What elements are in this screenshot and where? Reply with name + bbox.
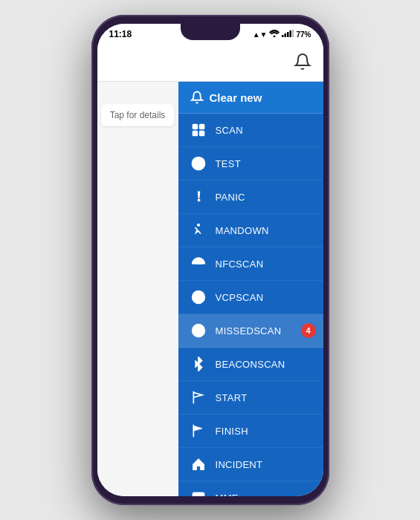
svg-point-17 <box>198 296 199 298</box>
person-fall-icon <box>190 222 207 238</box>
main-content: Tap for details Clear new <box>97 82 323 496</box>
status-icons: ▲▼ <box>253 30 311 39</box>
svg-text:!: ! <box>196 189 201 204</box>
finish-label: FINISH <box>216 426 248 437</box>
svg-rect-2 <box>285 33 287 37</box>
mme-label: MME <box>216 493 239 497</box>
info-icon <box>190 155 207 172</box>
start-flag-icon <box>190 389 207 406</box>
bell-menu-icon <box>190 91 204 104</box>
start-label: START <box>216 392 248 403</box>
image-icon <box>190 490 207 496</box>
bluetooth-icon <box>190 356 207 372</box>
tap-details-label: Tap for details <box>101 104 175 126</box>
x-circle-icon <box>190 322 207 339</box>
right-panel-menu[interactable]: Clear new SCAN <box>178 82 323 496</box>
status-time: 11:18 <box>109 29 132 39</box>
beaconscan-label: BEACONSCAN <box>216 359 285 370</box>
vcpscan-label: VCPSCAN <box>216 292 264 303</box>
finish-flag-icon <box>190 423 207 439</box>
svg-rect-5 <box>292 30 294 37</box>
svg-rect-7 <box>199 125 204 129</box>
menu-header-text: Clear new <box>210 91 262 104</box>
menu-item-vcpscan[interactable]: VCPSCAN <box>178 281 323 314</box>
svg-rect-6 <box>193 125 197 129</box>
missedscan-badge: 4 <box>301 323 316 338</box>
menu-item-missedscan[interactable]: MISSEDSCAN 4 <box>178 314 323 348</box>
svg-point-0 <box>274 36 276 38</box>
panic-label: PANIC <box>216 192 245 203</box>
test-label: TEST <box>216 158 241 169</box>
menu-header[interactable]: Clear new <box>178 82 323 114</box>
incident-label: INCIDENT <box>216 459 263 470</box>
missedscan-label: MISSEDSCAN <box>216 325 282 337</box>
menu-item-panic[interactable]: ! PANIC <box>178 181 323 214</box>
svg-rect-1 <box>282 35 284 37</box>
phone-notch <box>181 24 240 40</box>
bell-icon <box>294 53 311 71</box>
svg-rect-3 <box>287 32 289 37</box>
left-panel: Tap for details <box>97 82 178 496</box>
menu-item-start[interactable]: START <box>178 381 323 415</box>
phone-frame: 11:18 ▲▼ <box>91 15 329 505</box>
app-header <box>97 45 323 82</box>
menu-item-test[interactable]: TEST <box>178 147 323 181</box>
mandown-label: MANDOWN <box>216 225 269 236</box>
menu-item-finish[interactable]: FINISH <box>178 415 323 448</box>
menu-item-mandown[interactable]: MANDOWN <box>178 214 323 247</box>
phone-screen: 11:18 ▲▼ <box>97 24 323 496</box>
svg-rect-23 <box>193 493 204 496</box>
nfc-icon <box>190 256 207 272</box>
scan-label: SCAN <box>216 125 243 136</box>
menu-item-scan[interactable]: SCAN <box>178 114 323 147</box>
svg-rect-9 <box>199 131 204 136</box>
home-icon <box>190 456 207 472</box>
menu-item-nfcscan[interactable]: NFCSCAN <box>178 247 323 281</box>
svg-point-14 <box>197 224 199 226</box>
svg-rect-4 <box>290 30 292 37</box>
target-icon <box>190 289 207 305</box>
exclamation-icon: ! <box>190 189 207 205</box>
nfcscan-label: NFCSCAN <box>216 259 264 270</box>
menu-item-incident[interactable]: INCIDENT <box>178 448 323 481</box>
wifi-status-icon <box>269 30 280 39</box>
menu-item-mme[interactable]: MME <box>178 481 323 496</box>
signal-icon: ▲▼ <box>253 30 268 39</box>
cellular-icon <box>282 30 294 39</box>
battery-icon: 77% <box>296 30 311 39</box>
scan-icon <box>190 122 207 138</box>
menu-item-beaconscan[interactable]: BEACONSCAN <box>178 348 323 381</box>
svg-rect-8 <box>193 131 197 136</box>
bell-button[interactable] <box>294 53 311 74</box>
